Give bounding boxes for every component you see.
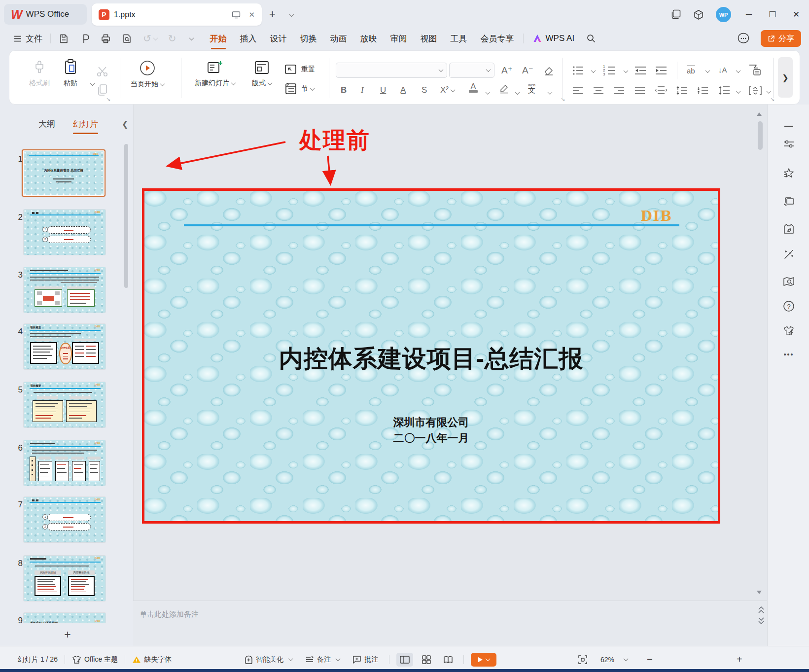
highlight-chevron-icon[interactable] bbox=[515, 90, 520, 95]
section-button[interactable]: 节 bbox=[284, 82, 314, 95]
print-preview-icon[interactable] bbox=[122, 34, 132, 44]
vertical-align-icon[interactable] bbox=[749, 86, 762, 95]
slide-sorter-view-button[interactable] bbox=[418, 653, 435, 667]
more-tools-icon[interactable]: ••• bbox=[783, 349, 795, 360]
line-spacing-icon[interactable] bbox=[718, 86, 730, 95]
close-tab-icon[interactable]: ✕ bbox=[248, 10, 255, 19]
menu-tab-member[interactable]: 会员专享 bbox=[481, 30, 514, 47]
thumbnail-scrollbar[interactable] bbox=[124, 144, 128, 288]
slideshow-play-button[interactable] bbox=[471, 653, 496, 667]
menu-tab-design[interactable]: 设计 bbox=[270, 30, 287, 47]
design-style-icon[interactable] bbox=[783, 223, 795, 235]
export-pdf-icon[interactable] bbox=[80, 34, 90, 44]
skin-theme-icon[interactable] bbox=[783, 325, 795, 337]
slide-date[interactable]: 二〇一八年一月 bbox=[144, 431, 718, 446]
comments-button[interactable]: 批注 bbox=[352, 655, 378, 664]
enter-focus-monitor-icon[interactable] bbox=[232, 11, 241, 19]
menu-tab-insert[interactable]: 插入 bbox=[240, 30, 257, 47]
menu-tab-review[interactable]: 审阅 bbox=[390, 30, 407, 47]
notes-placeholder[interactable]: 单击此处添加备注 bbox=[140, 610, 199, 619]
slide-company[interactable]: 深圳市有限公司 bbox=[144, 415, 718, 430]
character-spacing-chevron-icon[interactable] bbox=[705, 68, 710, 73]
align-left-icon[interactable] bbox=[572, 87, 583, 94]
superscript-icon[interactable]: X² bbox=[440, 85, 455, 95]
wps-ai-button[interactable]: WPS AI bbox=[532, 34, 575, 43]
clear-format-icon[interactable] bbox=[543, 65, 555, 76]
menu-tab-transition[interactable]: 切换 bbox=[300, 30, 317, 47]
play-from-current-button[interactable]: 当页开始 bbox=[131, 60, 164, 89]
distribute-text-icon[interactable] bbox=[655, 86, 667, 95]
font-color-chevron-icon[interactable] bbox=[486, 90, 491, 95]
app-logo-chip[interactable]: W WPS Office bbox=[4, 4, 87, 25]
align-right-icon[interactable] bbox=[614, 87, 625, 94]
zoom-level[interactable]: 62% bbox=[600, 656, 628, 664]
find-replace-icon[interactable] bbox=[783, 276, 795, 288]
phonetic-guide-icon[interactable]: wén文 bbox=[528, 81, 535, 93]
smart-beautify-button[interactable]: 智能美化 bbox=[245, 655, 292, 664]
help-icon[interactable]: ? bbox=[783, 300, 795, 312]
slide-transition-icon[interactable] bbox=[783, 195, 795, 207]
underline-icon[interactable]: U bbox=[380, 85, 386, 95]
menu-tab-slideshow[interactable]: 放映 bbox=[360, 30, 377, 47]
theme-button[interactable]: Office 主题 bbox=[72, 655, 118, 664]
numbering-icon[interactable]: 123 bbox=[603, 65, 605, 76]
strikethrough-icon[interactable]: S bbox=[422, 85, 427, 95]
character-spacing-icon[interactable]: ab bbox=[687, 66, 695, 75]
canvas-scrollbar[interactable] bbox=[758, 121, 763, 150]
font-dialog-launcher-icon[interactable]: ↘ bbox=[770, 96, 774, 103]
reading-view-button[interactable] bbox=[440, 653, 457, 667]
tabs-overview-icon[interactable] bbox=[671, 9, 681, 20]
zoom-out-button[interactable]: − bbox=[647, 654, 653, 665]
copy-icon[interactable] bbox=[96, 83, 109, 97]
beautify-wand-icon[interactable] bbox=[783, 248, 795, 260]
character-border-icon[interactable]: A̲ bbox=[400, 85, 406, 95]
decrease-paragraph-spacing-icon[interactable] bbox=[697, 86, 708, 95]
notes-bar[interactable]: 单击此处添加备注 bbox=[133, 601, 767, 646]
slides-tab[interactable]: 幻灯片 bbox=[73, 118, 98, 130]
menu-tab-view[interactable]: 视图 bbox=[421, 30, 437, 47]
bold-icon[interactable]: B bbox=[341, 85, 347, 95]
assistant-icon[interactable] bbox=[737, 32, 750, 45]
collapse-panel-icon[interactable]: ❮ bbox=[122, 119, 128, 129]
text-direction-icon[interactable]: ↓A bbox=[718, 66, 727, 74]
maximize-window-icon[interactable]: ☐ bbox=[767, 9, 778, 20]
italic-icon[interactable]: I bbox=[361, 85, 364, 95]
new-tab-button[interactable]: + bbox=[269, 8, 276, 21]
outline-tab[interactable]: 大纲 bbox=[38, 118, 55, 130]
numbering-chevron-icon[interactable] bbox=[624, 68, 629, 73]
bullets-icon[interactable] bbox=[572, 66, 584, 75]
close-window-icon[interactable]: ✕ bbox=[790, 9, 802, 20]
decrease-indent-icon[interactable] bbox=[634, 66, 646, 75]
more-commands-chevron-icon[interactable] bbox=[189, 35, 194, 40]
redo-button[interactable]: ↻ bbox=[168, 33, 176, 44]
vertical-align-chevron-icon[interactable] bbox=[767, 89, 772, 94]
justify-icon[interactable] bbox=[634, 87, 645, 94]
paste-button[interactable]: 粘贴 bbox=[63, 59, 78, 88]
fit-slide-icon[interactable] bbox=[578, 655, 588, 665]
collapse-task-pane-icon[interactable] bbox=[783, 120, 795, 132]
menu-tab-animation[interactable]: 动画 bbox=[330, 30, 347, 47]
new-slide-button[interactable]: 新建幻灯片 bbox=[195, 60, 235, 88]
highlight-color-icon[interactable] bbox=[498, 83, 509, 94]
user-avatar[interactable]: WP bbox=[716, 7, 731, 22]
share-button[interactable]: 分享 bbox=[761, 30, 801, 47]
scroll-up-arrow[interactable] bbox=[757, 112, 762, 116]
file-menu-button[interactable]: 文件 bbox=[14, 33, 42, 44]
save-icon[interactable] bbox=[59, 34, 69, 44]
document-tab[interactable]: P 1.pptx ✕ bbox=[92, 3, 262, 26]
text-box-icon[interactable] bbox=[748, 64, 762, 76]
font-name-select[interactable] bbox=[336, 63, 447, 78]
menu-tab-tools[interactable]: 工具 bbox=[451, 30, 467, 47]
font-size-select[interactable] bbox=[449, 63, 494, 78]
add-slide-button[interactable]: + bbox=[61, 628, 74, 641]
align-center-icon[interactable] bbox=[593, 87, 604, 94]
next-slide-button[interactable] bbox=[758, 617, 764, 624]
text-direction-chevron-icon[interactable] bbox=[736, 68, 741, 73]
workspace-cube-icon[interactable] bbox=[693, 9, 704, 20]
decrease-font-size-icon[interactable]: A⁻ bbox=[522, 65, 533, 76]
tab-list-chevron-icon[interactable] bbox=[289, 12, 294, 17]
normal-view-button[interactable] bbox=[396, 653, 413, 667]
font-color-icon[interactable]: A bbox=[469, 83, 478, 93]
slide-editor[interactable]: DIB 内控体系建设项目-总结汇报 深圳市有限公司 二〇一八年一月 bbox=[142, 188, 720, 524]
ribbon-overflow-button[interactable]: ❯ bbox=[778, 57, 793, 98]
